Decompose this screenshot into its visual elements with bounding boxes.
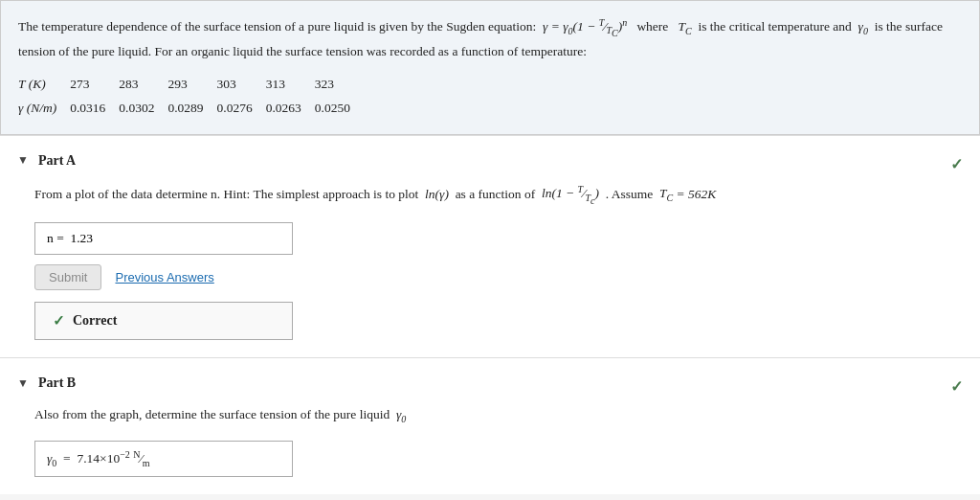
- part-a-correct-icon: ✓: [950, 155, 963, 173]
- gamma0-symbol: γ0: [858, 19, 868, 34]
- previous-answers-button[interactable]: Previous Answers: [115, 270, 213, 284]
- part-b-label: Part B: [38, 375, 76, 391]
- part-b-answer-value: γ0 = 7.14×10−2 N⁄m: [47, 451, 149, 466]
- problem-description: The temperature dependence of the surfac…: [18, 14, 962, 62]
- data-table: T (K) 273 283 293 303 313 323 γ (N/m) 0.…: [18, 72, 364, 121]
- gamma-val-1: 0.0316: [70, 96, 119, 121]
- t-val-2: 283: [119, 72, 167, 97]
- gamma0-formula: γ0: [396, 407, 406, 421]
- t-val-3: 293: [167, 72, 216, 97]
- t-label: T (K): [18, 72, 70, 97]
- submit-button[interactable]: Submit: [34, 264, 101, 290]
- table-data-row: γ (N/m) 0.0316 0.0302 0.0289 0.0276 0.02…: [18, 96, 364, 121]
- part-a-label: Part A: [38, 153, 76, 169]
- part-a-button-row: Submit Previous Answers: [34, 264, 946, 290]
- page-container: The temperature dependence of the surfac…: [0, 0, 980, 494]
- part-b-header[interactable]: ▼ Part B: [0, 375, 980, 391]
- t-val-1: 273: [70, 72, 119, 97]
- part-b-answer-display: γ0 = 7.14×10−2 N⁄m: [34, 441, 293, 477]
- gamma-val-4: 0.0276: [217, 96, 266, 121]
- ln-gamma-formula: ln(γ): [425, 186, 449, 200]
- where-text: where: [634, 19, 672, 34]
- correct-box: ✓ Correct: [34, 302, 293, 340]
- gamma-val-5: 0.0263: [266, 96, 315, 121]
- problem-statement: The temperature dependence of the surfac…: [0, 0, 980, 135]
- t-val-5: 313: [266, 72, 315, 97]
- ln-formula: ln(1 − T⁄Tc): [542, 186, 599, 200]
- part-a-content: From a plot of the data determine n. Hin…: [0, 182, 980, 340]
- part-a-arrow-icon: ▼: [17, 153, 29, 168]
- gamma-val-2: 0.0302: [119, 96, 167, 121]
- part-b-correct-icon: ✓: [950, 377, 963, 396]
- part-a-section: ▼ Part A ✓ From a plot of the data deter…: [0, 135, 980, 357]
- part-a-question: From a plot of the data determine n. Hin…: [34, 182, 946, 209]
- part-a-header[interactable]: ▼ Part A: [0, 153, 980, 169]
- part-b-arrow-icon: ▼: [17, 376, 29, 391]
- main-equation: γ = γ0(1 − T⁄TC)n: [543, 19, 631, 34]
- tc-assume: TC = 562K: [659, 186, 716, 200]
- gamma-label: γ (N/m): [18, 96, 70, 121]
- part-a-answer-input[interactable]: [34, 222, 293, 255]
- part-b-section: ▼ Part B ✓ Also from the graph, determin…: [0, 357, 980, 494]
- table-header-row: T (K) 273 283 293 303 313 323: [18, 72, 364, 97]
- correct-checkmark-icon: ✓: [53, 312, 65, 330]
- t-val-4: 303: [217, 72, 266, 97]
- t-val-6: 323: [315, 72, 364, 97]
- part-b-content: Also from the graph, determine the surfa…: [0, 404, 980, 477]
- tc-symbol: TC: [678, 19, 691, 34]
- part-b-question: Also from the graph, determine the surfa…: [34, 404, 946, 427]
- gamma-val-3: 0.0289: [167, 96, 216, 121]
- tc-desc: is the critical temperature and: [698, 19, 851, 34]
- gamma-val-6: 0.0250: [315, 96, 364, 121]
- correct-label: Correct: [73, 313, 117, 329]
